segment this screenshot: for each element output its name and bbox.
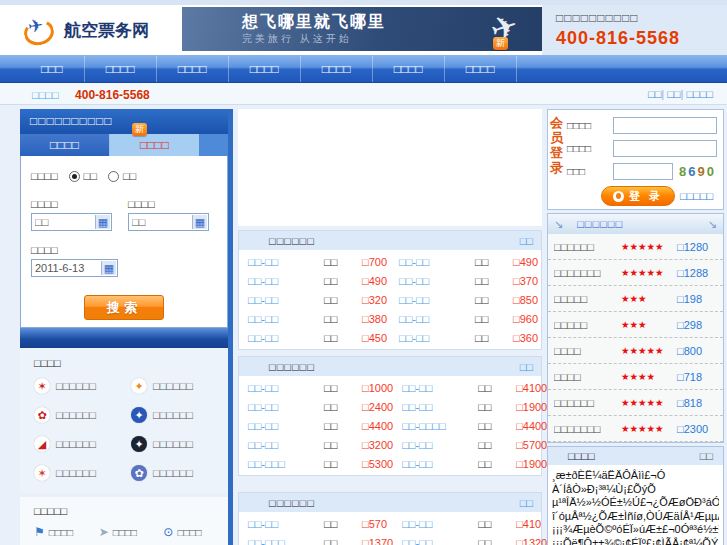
- route-link[interactable]: □□-□□: [399, 275, 475, 287]
- from-city-input[interactable]: [33, 215, 95, 229]
- fare-row: □□-□□ □□ □5700: [393, 435, 547, 454]
- password-input[interactable]: [613, 140, 717, 157]
- airline-link[interactable]: ✿ □□□□□□: [34, 407, 131, 423]
- airline-link[interactable]: ✶ □□□□□□: [34, 465, 131, 481]
- register-link[interactable]: □□□□□: [680, 190, 713, 202]
- route-link[interactable]: □□-□□: [399, 294, 475, 306]
- airline-link[interactable]: ✦ □□□□□□: [131, 378, 228, 394]
- depart-date-input[interactable]: [33, 261, 101, 275]
- fare-type: □□: [324, 275, 362, 287]
- search-button[interactable]: 搜索: [84, 295, 164, 320]
- main-content: □□□□□□□□□□ 新 □□□□ □□□□ □□□□ □□ □□: [0, 105, 727, 545]
- tool-link[interactable]: ➤ □□□□: [99, 526, 164, 538]
- fare-type: □□: [478, 401, 516, 413]
- hotel-price[interactable]: □298: [677, 319, 717, 331]
- nav-item[interactable]: □□□□: [445, 56, 517, 82]
- captcha-input[interactable]: [613, 163, 673, 180]
- airline-link[interactable]: ◢ □□□□□□: [34, 436, 131, 452]
- airline-link[interactable]: ✶ □□□□□□: [34, 378, 131, 394]
- more-link[interactable]: □□: [520, 497, 533, 509]
- to-city-input[interactable]: [130, 215, 192, 229]
- member-login-vertical-label: 会员登录: [548, 110, 565, 209]
- route-link[interactable]: □□-□□: [402, 458, 478, 470]
- route-link[interactable]: □□-□□: [248, 382, 324, 394]
- route-link[interactable]: □□-□□: [402, 401, 478, 413]
- nav-item[interactable]: □□□□: [85, 56, 157, 82]
- nav-item[interactable]: □□□□: [373, 56, 445, 82]
- hotel-price[interactable]: □800: [677, 345, 717, 357]
- route-link[interactable]: □□-□□: [248, 401, 324, 413]
- hotel-price[interactable]: □718: [677, 371, 717, 383]
- top-link[interactable]: □□: [648, 88, 661, 100]
- route-link[interactable]: □□-□□: [402, 382, 478, 394]
- route-link[interactable]: □□-□□: [248, 313, 324, 325]
- site-logo[interactable]: ✈ 航空票务网: [0, 5, 182, 55]
- tools-grid: ⚑ □□□□ ➤ □□□□ ⊙ □□□□: [34, 526, 228, 545]
- username-input[interactable]: [613, 117, 717, 134]
- route-link[interactable]: □□-□□: [248, 294, 324, 306]
- hotel-title: □□□□□□: [577, 218, 623, 230]
- route-link[interactable]: □□-□□: [399, 256, 475, 268]
- fare-type: □□: [478, 537, 516, 545]
- hotel-price[interactable]: □1280: [677, 241, 717, 253]
- fare-price: □850: [513, 294, 538, 306]
- hotel-name[interactable]: □□□□: [554, 371, 621, 383]
- route-link[interactable]: □□-□□: [402, 537, 478, 545]
- hotel-name[interactable]: □□□□□: [554, 293, 621, 305]
- route-link[interactable]: □□-□□: [248, 420, 324, 432]
- vertical-char: 会: [550, 115, 563, 130]
- hotel-name[interactable]: □□□□: [554, 345, 621, 357]
- airline-link[interactable]: ✿ □□□□□□: [131, 465, 228, 481]
- airline-logo-icon: ✿: [34, 407, 50, 423]
- nav-item[interactable]: □□□□: [301, 56, 373, 82]
- route-link[interactable]: □□-□□□: [248, 537, 324, 545]
- route-link[interactable]: □□-□□: [399, 332, 475, 344]
- more-link[interactable]: □□: [520, 235, 533, 247]
- hotel-price[interactable]: □2300: [677, 423, 717, 435]
- route-link[interactable]: □□-□□: [248, 439, 324, 451]
- hotel-name[interactable]: □□□□□□: [554, 397, 621, 409]
- nav-item[interactable]: □□□: [20, 56, 85, 82]
- airline-name: □□□□□□: [153, 409, 193, 421]
- hotel-price[interactable]: □818: [677, 397, 717, 409]
- radio-round-trip[interactable]: [108, 171, 119, 182]
- route-link[interactable]: □□-□□: [248, 275, 324, 287]
- hotel-header: ↘ □□□□□□ ↘: [548, 214, 723, 234]
- fare-type: □□: [475, 313, 513, 325]
- route-link[interactable]: □□-□□: [248, 518, 324, 530]
- calendar-icon[interactable]: ▦: [95, 215, 110, 229]
- new-badge: 新: [493, 37, 508, 50]
- tool-link[interactable]: ⚑ □□□□: [34, 526, 99, 538]
- top-link[interactable]: □□□□: [681, 88, 714, 100]
- tab-special-fares[interactable]: □□□□: [110, 134, 199, 156]
- nav-item[interactable]: □□□□: [229, 56, 301, 82]
- nav-item[interactable]: □□□□: [157, 56, 229, 82]
- login-button[interactable]: 登 录: [601, 186, 675, 206]
- hotel-name[interactable]: □□□□□: [554, 319, 621, 331]
- more-link[interactable]: □□: [520, 361, 533, 373]
- route-link[interactable]: □□-□□: [399, 313, 475, 325]
- promo-banner[interactable]: 想飞哪里就飞哪里 完美旅行 从这开始 ✈ 新: [182, 7, 542, 51]
- route-link[interactable]: □□-□□: [248, 332, 324, 344]
- route-link[interactable]: □□-□□: [248, 256, 324, 268]
- route-link[interactable]: □□-□□□□: [402, 420, 478, 432]
- airline-link[interactable]: ✦ □□□□□□: [131, 436, 228, 452]
- calendar-icon[interactable]: ▦: [101, 261, 116, 275]
- route-link[interactable]: □□-□□: [402, 439, 478, 451]
- hotel-name[interactable]: □□□□□□□: [554, 423, 621, 435]
- tab-flight-search[interactable]: □□□□: [20, 134, 110, 156]
- calendar-icon[interactable]: ▦: [192, 215, 207, 229]
- route-link[interactable]: □□-□□: [402, 518, 478, 530]
- hotel-price[interactable]: □1288: [677, 267, 717, 279]
- news-more-link[interactable]: □□: [700, 450, 713, 462]
- fare-price: □4400: [516, 420, 547, 432]
- hotel-price[interactable]: □198: [677, 293, 717, 305]
- hotel-name[interactable]: □□□□□□: [554, 241, 621, 253]
- radio-one-way[interactable]: [69, 171, 80, 182]
- route-link[interactable]: □□-□□□: [248, 458, 324, 470]
- top-link[interactable]: □□: [661, 88, 680, 100]
- tool-link[interactable]: ⊙ □□□□: [163, 526, 228, 538]
- hotel-name[interactable]: □□□□□□□: [554, 267, 621, 279]
- vertical-char: 录: [550, 160, 563, 175]
- airline-link[interactable]: ✦ □□□□□□: [131, 407, 228, 423]
